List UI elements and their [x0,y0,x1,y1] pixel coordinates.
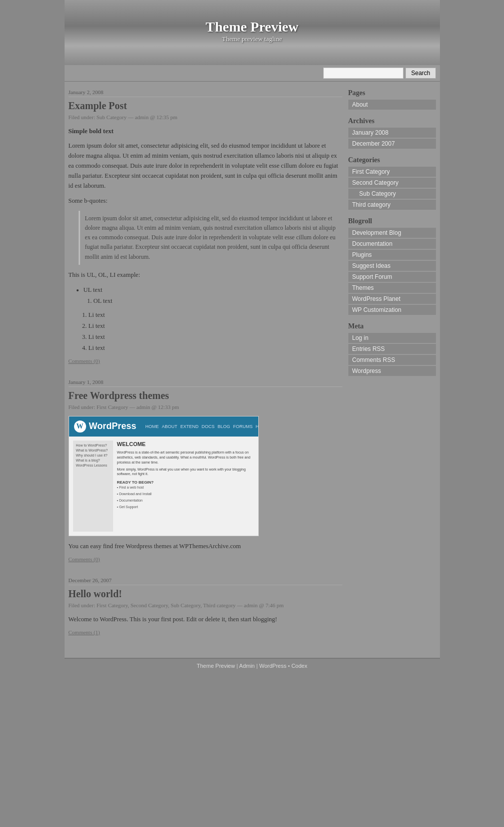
blogroll-wpplanet: WordPress Planet [348,294,436,304]
comments-anchor-1[interactable]: Comments (0) [69,358,100,364]
sidebar-cat-sub-link[interactable]: Sub Category [348,189,436,199]
wp-header: W WordPress HOME ABOUT EXTEND DOCS BLOG … [69,417,258,437]
meta-comments-rss: Comments RSS [348,355,436,365]
blogroll-suggest: Suggest Ideas [348,261,436,271]
blogroll-docs-link[interactable]: Documentation [348,239,436,249]
sidebar-page-about: About [348,100,436,110]
post-title-1: Example Post [69,100,342,112]
wp-sidebar-mock: How to WordPress? What is WordPress? Why… [73,441,113,532]
wp-ready-1: • Find a web host [117,485,254,490]
sidebar-pages-list: About [348,100,436,110]
wp-body: How to WordPress? What is WordPress? Why… [69,437,258,536]
sidebar-cat-second-link[interactable]: Second Category [348,178,436,188]
sidebar-archive-jan2008-link[interactable]: January 2008 [348,128,436,138]
site-title: Theme Preview [65,19,440,35]
ws-item-5: WordPress Lessons [76,464,110,467]
post-date-link-1[interactable]: January 2, 2008 [69,89,104,95]
meta-entries-rss-link[interactable]: Entries RSS [348,344,436,354]
sidebar-categories-section: Categories First Category Second Categor… [348,156,436,210]
wp-ready-2: • Download and Install [117,492,254,497]
wp-nav-blog: BLOG [218,424,230,429]
list-label: This is UL, OL, LI example: [69,270,342,280]
ws-item-4: What is a blog? [76,459,110,462]
sidebar-pages-heading: Pages [348,89,436,97]
post-date-link-3[interactable]: December 26, 2007 [69,577,112,583]
ws-item-3: Why should I use it? [76,454,110,457]
post-paragraph-1: Lorem ipsum dolor sit amet, consectetur … [69,141,342,191]
sidebar-meta-heading: Meta [348,322,436,330]
wp-nav-forums: FORUMS [233,424,253,429]
sidebar-categories-list: First Category Second Category Sub Categ… [348,167,436,210]
blogroll-themes-link[interactable]: Themes [348,283,436,293]
footer-admin-link[interactable]: Admin [239,663,255,669]
search-button[interactable]: Search [405,68,435,79]
wp-ready-title: READY TO BEGIN? [117,480,254,485]
sidebar-cat-second: Second Category [348,178,436,188]
numbered-list: Li text Li text Li text Li text [89,310,342,353]
wp-logo-area: W WordPress [74,421,137,433]
blogroll-plugins: Plugins [348,250,436,260]
comments-link-3: Comments (1) [69,629,342,635]
post-title-3: Hello world! [69,588,342,600]
post-p3-body: Welcome to WordPress. This is your first… [69,614,342,624]
blogroll-plugins-link[interactable]: Plugins [348,250,436,260]
blogroll-themes: Themes [348,283,436,293]
post-p2-body: You can easy find free Wordpress themes … [69,541,342,551]
wp-nav-home: HOME [145,424,159,429]
sidebar: Pages About Archives January 2008 Decemb… [348,89,436,383]
ol-item: OL text [94,296,342,306]
bquote-label: Some b-quotes: [69,196,342,206]
sidebar-page-about-link[interactable]: About [348,100,436,110]
blogroll-support-link[interactable]: Support Forum [348,272,436,282]
search-input[interactable] [323,68,403,79]
blogroll-wpplanet-link[interactable]: WordPress Planet [348,294,436,304]
comments-anchor-2[interactable]: Comments (0) [69,556,100,562]
sidebar-cat-first-link[interactable]: First Category [348,167,436,177]
sidebar-pages-section: Pages About [348,89,436,110]
post-title-2: Free Wordpress themes [69,390,342,401]
wp-body-text-1: WordPress is a state-of-the-art semantic… [117,450,254,465]
wp-logo: W [74,421,86,433]
meta-login-link[interactable]: Log in [348,333,436,343]
blogroll-suggest-link[interactable]: Suggest Ideas [348,261,436,271]
meta-wordpress: Wordpress [348,366,436,376]
post-content-2: You can easy find free Wordpress themes … [69,541,342,551]
comments-anchor-3[interactable]: Comments (1) [69,629,100,635]
wp-main-mock: WELCOME WordPress is a state-of-the-art … [117,441,254,532]
sidebar-cat-third: Third category [348,200,436,210]
wp-nav: HOME ABOUT EXTEND DOCS BLOG FORUMS HOSTI… [145,424,258,429]
sidebar-archives-section: Archives January 2008 December 2007 [348,117,436,149]
post-date-link-2[interactable]: January 1, 2008 [69,379,104,385]
meta-comments-rss-link[interactable]: Comments RSS [348,355,436,365]
post-3: December 26, 2007 Hello world! Filed und… [69,577,342,635]
post-date-1: January 2, 2008 [69,89,342,97]
nested-ol: OL text [94,296,342,306]
meta-wordpress-link[interactable]: Wordpress [348,366,436,376]
wp-nav-extend: EXTEND [180,424,199,429]
content-area: January 2, 2008 Example Post Filed under… [69,89,342,650]
wp-nav-about: ABOUT [162,424,177,429]
wp-ready-3: • Documentation [117,498,254,503]
li-item-4: Li text [89,343,342,353]
blogroll-devblog-link[interactable]: Development Blog [348,228,436,238]
sidebar-archive-dec2007-link[interactable]: December 2007 [348,139,436,149]
wp-ready-4: • Get Support [117,505,254,510]
wp-logo-text: WordPress [89,421,137,432]
footer-wordpress-link[interactable]: WordPress [259,663,286,669]
post-1: January 2, 2008 Example Post Filed under… [69,89,342,364]
footer-theme-link[interactable]: Theme Preview [197,663,235,669]
meta-entries-rss: Entries RSS [348,344,436,354]
wp-welcome-title: WELCOME [117,441,254,448]
footer-codex-link[interactable]: Codex [291,663,307,669]
post-2: January 1, 2008 Free Wordpress themes Fi… [69,379,342,562]
sidebar-cat-third-link[interactable]: Third category [348,200,436,210]
post-meta-1: Filed under: Sub Category — admin @ 12:3… [69,114,342,120]
blogroll-docs: Documentation [348,239,436,249]
post-meta-2: Filed under: First Category — admin @ 12… [69,404,342,410]
blogroll-wpcustom-link[interactable]: WP Customization [348,305,436,315]
post-bold-heading: Simple bold text [69,126,342,137]
wp-nav-hosting: HOSTING [256,424,259,429]
meta-login: Log in [348,333,436,343]
post-meta-3: Filed under: First Category, Second Cate… [69,602,342,608]
sidebar-archives-list: January 2008 December 2007 [348,128,436,149]
